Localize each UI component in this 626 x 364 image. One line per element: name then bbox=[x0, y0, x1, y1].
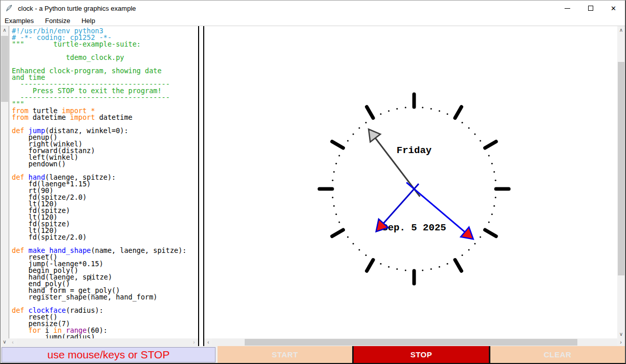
canvas-horizontal-scrollbar[interactable]: ‹ › bbox=[204, 338, 625, 346]
minute-dot bbox=[474, 133, 476, 135]
minute-dot bbox=[335, 213, 337, 215]
stop-button[interactable]: STOP bbox=[354, 346, 488, 363]
minute-dot bbox=[347, 237, 349, 238]
minute-dot bbox=[358, 249, 360, 250]
status-label: use mouse/keys or STOP bbox=[2, 347, 215, 362]
menu-help[interactable]: Help bbox=[76, 16, 101, 26]
scroll-left-icon[interactable]: ‹ bbox=[9, 338, 17, 346]
minute-dot bbox=[380, 113, 381, 115]
close-button[interactable]: ✕ bbox=[602, 1, 625, 16]
minute-dot bbox=[474, 243, 476, 245]
scroll-down-icon[interactable]: ∨ bbox=[1, 338, 9, 346]
hour-tick bbox=[485, 230, 497, 237]
minute-dot bbox=[480, 237, 481, 238]
menu-examples[interactable]: Examples bbox=[1, 16, 39, 26]
minute-dot bbox=[439, 266, 440, 268]
canvas-pane: FridaySep. 5 2025 ∧ ∨ ‹ › bbox=[204, 26, 625, 346]
minute-dot bbox=[495, 180, 497, 181]
minute-dot bbox=[488, 222, 490, 223]
main-content: ∧ ∨ #!/usr/bin/env python3# -*- coding: … bbox=[1, 26, 625, 346]
scroll-down-icon[interactable]: ∨ bbox=[617, 330, 625, 338]
minute-dot bbox=[488, 155, 490, 156]
minute-dot bbox=[468, 249, 470, 250]
minute-dot bbox=[332, 197, 333, 198]
close-icon: ✕ bbox=[611, 5, 616, 12]
minute-dot bbox=[388, 266, 390, 268]
minute-dot bbox=[365, 254, 366, 256]
minute-dot bbox=[422, 106, 423, 108]
minute-dot bbox=[353, 243, 354, 245]
window-title: clock - a Python turtle graphics example bbox=[18, 5, 556, 12]
minute-dot bbox=[447, 113, 448, 115]
canvas-vertical-scrollbar[interactable]: ∧ ∨ bbox=[617, 26, 625, 338]
scroll-up-icon[interactable]: ∧ bbox=[617, 26, 625, 34]
minute-dot bbox=[338, 222, 340, 223]
start-button[interactable]: START bbox=[218, 346, 352, 363]
date-label: Sep. 5 2025 bbox=[382, 222, 446, 233]
minimize-icon bbox=[565, 8, 570, 9]
code-text[interactable]: #!/usr/bin/env python3# -*- coding: cp12… bbox=[9, 26, 198, 338]
minute-dot bbox=[388, 110, 390, 112]
canvas-vscroll-thumb[interactable] bbox=[618, 62, 624, 275]
code-vertical-scrollbar[interactable]: ∧ ∨ bbox=[1, 26, 9, 346]
hour-tick bbox=[367, 107, 374, 118]
scroll-up-icon[interactable]: ∧ bbox=[1, 26, 9, 34]
minute-dot bbox=[365, 122, 366, 123]
menu-fontsize[interactable]: Fontsize bbox=[39, 16, 76, 26]
python-feather-icon bbox=[5, 4, 13, 12]
minute-dot bbox=[495, 197, 497, 198]
clock-canvas-svg: FridaySep. 5 2025 bbox=[204, 26, 617, 338]
maximize-button[interactable] bbox=[579, 1, 602, 16]
clear-button[interactable]: CLEAR bbox=[490, 346, 625, 363]
minute-dot bbox=[493, 205, 495, 207]
scroll-left-icon[interactable]: ‹ bbox=[204, 338, 212, 346]
minute-dot bbox=[405, 270, 406, 271]
turtle-graphics-canvas[interactable]: FridaySep. 5 2025 bbox=[204, 26, 617, 338]
scroll-right-icon[interactable]: › bbox=[617, 338, 625, 346]
minute-dot bbox=[380, 263, 381, 265]
minute-dot bbox=[332, 180, 333, 181]
minute-dot bbox=[333, 205, 335, 207]
minute-dot bbox=[353, 133, 354, 135]
hour-tick bbox=[367, 260, 374, 271]
hour-tick bbox=[485, 142, 497, 148]
minute-dot bbox=[430, 108, 432, 110]
day-label: Friday bbox=[397, 145, 432, 156]
canvas-hscroll-thumb[interactable] bbox=[245, 339, 577, 346]
minute-dot bbox=[358, 127, 360, 129]
minute-dot bbox=[480, 140, 481, 141]
code-pane: #!/usr/bin/env python3# -*- coding: cp12… bbox=[9, 26, 198, 346]
hour-tick bbox=[455, 260, 462, 271]
minute-dot bbox=[338, 155, 340, 156]
minute-dot bbox=[396, 268, 398, 270]
turtledemo-window: clock - a Python turtle graphics example… bbox=[0, 0, 626, 364]
minute-dot bbox=[396, 108, 398, 110]
minute-dot bbox=[430, 268, 432, 270]
minute-dot bbox=[447, 263, 448, 265]
minute-dot bbox=[462, 254, 463, 256]
minute-dot bbox=[347, 140, 349, 141]
menu-bar: Examples Fontsize Help bbox=[1, 16, 625, 26]
minute-dot bbox=[491, 163, 493, 164]
minute-hand bbox=[402, 178, 478, 244]
hour-tick bbox=[332, 142, 343, 148]
title-bar[interactable]: clock - a Python turtle graphics example… bbox=[1, 1, 625, 16]
code-vscroll-thumb[interactable] bbox=[1, 36, 8, 102]
second-hand bbox=[363, 125, 425, 201]
minute-dot bbox=[422, 270, 423, 271]
minute-dot bbox=[335, 163, 337, 164]
minute-dot bbox=[491, 213, 493, 215]
hour-tick bbox=[332, 230, 343, 237]
bottom-bar: use mouse/keys or STOP START STOP CLEAR bbox=[1, 346, 625, 363]
demo-buttons: START STOP CLEAR bbox=[218, 346, 625, 363]
minute-dot bbox=[493, 171, 495, 173]
maximize-icon bbox=[588, 6, 593, 11]
code-horizontal-scrollbar[interactable]: ‹ › bbox=[9, 338, 198, 346]
minimize-button[interactable] bbox=[556, 1, 579, 16]
pane-sash[interactable] bbox=[198, 26, 204, 346]
scroll-right-icon[interactable]: › bbox=[190, 338, 198, 346]
minute-dot bbox=[468, 127, 470, 129]
minute-dot bbox=[405, 106, 406, 108]
minute-dot bbox=[439, 110, 440, 112]
hour-tick bbox=[455, 107, 462, 118]
